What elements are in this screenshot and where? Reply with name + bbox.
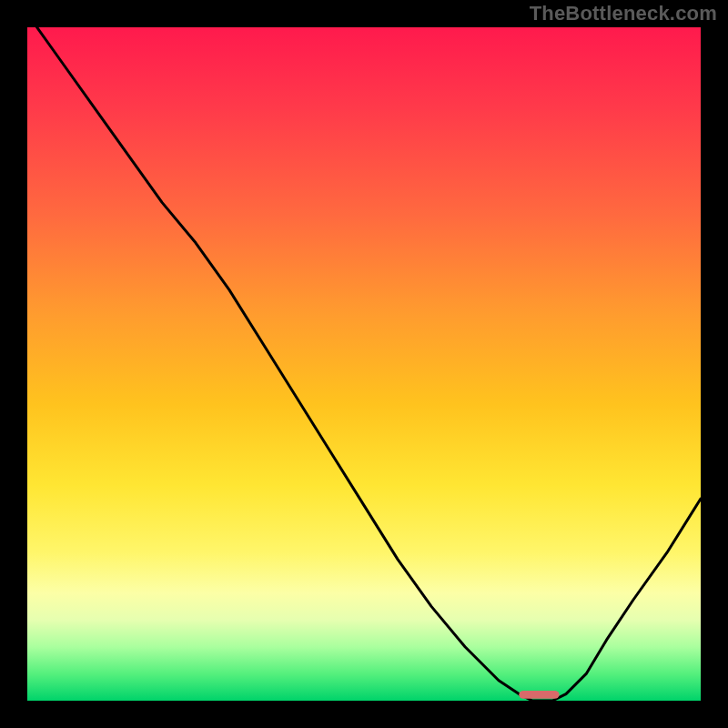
chart-svg (27, 27, 701, 701)
watermark-text: TheBottleneck.com (530, 2, 717, 25)
chart-frame: TheBottleneck.com (0, 0, 728, 728)
plot-area (27, 27, 701, 701)
curve-path (27, 14, 701, 701)
optimum-marker (519, 691, 559, 699)
